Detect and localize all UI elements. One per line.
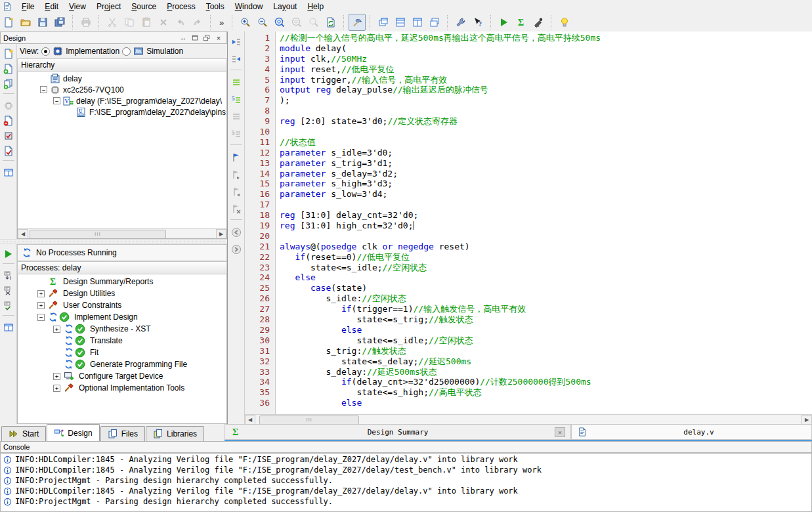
redo-icon[interactable] [189,14,206,31]
console-titlebar[interactable]: Console [0,441,812,453]
chip-disabled-icon[interactable] [1,98,16,113]
code-line[interactable]: input trigger,//输入信号，高电平有效 [280,75,812,85]
tree-expander[interactable]: + [37,302,45,309]
code-line[interactable]: state<=s_idle;//空闲状态 [280,335,812,346]
scroll-left-arrow[interactable]: ◀ [18,229,28,239]
scroll-thumb[interactable]: III [30,230,166,239]
cut-icon[interactable] [104,14,121,31]
wrench-icon[interactable] [452,14,469,31]
code-line[interactable]: state<=s_delay;//延迟500ms [280,356,812,367]
menu-project[interactable]: Project [91,1,126,12]
code-line[interactable]: parameter s_idle=3'd0; [280,148,812,158]
columns-icon[interactable] [1,165,16,180]
menu-edit[interactable]: Edit [39,1,64,12]
code-line[interactable]: state<=s_high;//高电平状态 [280,387,812,398]
flag-clear-icon[interactable] [228,200,245,217]
remove-source-icon[interactable] [1,113,16,128]
code-line[interactable]: reg [31:0] delay_cnt=32'd0; [280,210,812,221]
proc-run-icon[interactable] [1,246,16,261]
open-folder-icon[interactable] [17,14,34,31]
zoom-full-icon[interactable] [271,14,288,31]
menu-window[interactable]: Window [230,1,268,12]
panel-splitter[interactable] [0,239,227,244]
code-line[interactable]: reg [2:0] state=3'd0;//定义状态寄存器 [280,116,812,127]
scroll-left-arrow[interactable]: ◀ [245,415,255,425]
code-line[interactable]: ); [280,95,812,106]
tree-expander[interactable]: + [53,385,60,392]
code-line[interactable]: s_idle://空闲状态 [280,293,812,304]
code-line[interactable]: parameter s_high=3'd3; [280,179,812,189]
editor-hscrollbar[interactable]: ◀ III ▶ [245,414,812,424]
zoom-region-icon[interactable] [288,14,305,31]
process-item[interactable]: Generate Programming File [18,358,226,370]
process-item[interactable]: +Design Utilities [18,288,226,299]
code-line[interactable] [280,231,812,242]
hammer-icon[interactable] [349,14,366,31]
menu-layout[interactable]: Layout [268,1,302,12]
process-item[interactable]: Fit [18,347,226,358]
zoom-in-icon[interactable] [237,14,254,31]
menu-process[interactable]: Process [161,1,200,12]
help-cursor-icon[interactable]: ? [469,14,486,31]
scroll-track[interactable]: III [28,230,216,238]
overflow-chevrons[interactable]: » [215,18,228,28]
tree-expander[interactable]: + [53,373,60,380]
tree-expander[interactable]: − [40,86,47,93]
paste-icon[interactable] [138,14,155,31]
cascade-windows-icon[interactable] [375,14,392,31]
hierarchy-item[interactable]: UF:\ISE_program\delay_Z027\delay\pins.u [18,106,226,117]
tab-start[interactable]: Start [1,426,46,441]
columns-icon[interactable] [1,320,16,335]
nav-forward-icon[interactable] [228,241,245,258]
indent-icon[interactable] [228,51,245,68]
hierarchy-item[interactable]: −xc2c256-7VQ100 [18,84,226,95]
code-line[interactable]: always@(posedge clk or negedge reset) [280,242,812,252]
proc-stop-icon[interactable] [1,283,16,298]
hierarchy-hscrollbar[interactable]: ◀ III ▶ [18,228,226,238]
flag-prev-icon[interactable] [228,183,245,200]
menu-help[interactable]: Help [302,1,329,12]
doc-check-icon[interactable] [1,143,16,158]
zoom-out-icon[interactable] [254,14,271,31]
flag-blue-icon[interactable] [228,149,245,166]
code-line[interactable]: //状态值 [280,137,812,148]
code-line[interactable]: parameter s_trig=3'd1; [280,158,812,169]
proc-rerun-all-icon[interactable] [1,298,16,313]
refresh-doc-icon[interactable] [322,14,339,31]
flag-next-icon[interactable] [228,166,245,183]
lines-5-gray-icon[interactable]: 5 [228,125,245,142]
menu-file[interactable]: File [16,1,39,12]
code-line[interactable]: else [280,325,812,335]
hierarchy-item[interactable]: delay [18,73,226,84]
code-line[interactable] [280,127,812,137]
add-source-icon[interactable] [1,61,16,76]
console-output[interactable]: INFO:HDLCompiler:1845 - Analyzing Verilo… [0,453,812,512]
code-line[interactable]: module delay( [280,43,812,54]
process-item[interactable]: +Synthesize - XST [18,323,226,335]
scroll-track[interactable]: III [255,416,801,424]
process-item[interactable]: Translate [18,335,226,347]
telescope-icon[interactable] [530,14,547,31]
nav-back-icon[interactable] [228,224,245,241]
scroll-thumb[interactable]: III [259,416,359,425]
simulation-radio[interactable] [122,47,131,56]
code-line[interactable]: //检测一个输入信号的高电平，延迟500ms再输出这个高电平信号，高电平持续50… [280,33,812,43]
close-icon[interactable]: × [213,33,224,43]
lines-5-green-icon[interactable]: 5 [228,91,245,108]
implementation-radio[interactable] [41,47,50,56]
copy-icon[interactable] [121,14,138,31]
code-line[interactable]: reg [31:0] high_cnt=32'd0; [280,221,812,231]
add-copy-icon[interactable] [1,76,16,91]
float-icon[interactable] [202,33,212,43]
delete-icon[interactable] [155,14,172,31]
process-item[interactable]: +Optional Implementation Tools [18,382,226,394]
new-file-icon[interactable] [0,14,17,31]
code-line[interactable]: parameter s_delay=3'd2; [280,169,812,179]
hierarchy-item[interactable]: −Vdelay (F:\ISE_program\delay_Z027\delay… [18,95,226,106]
new-source-icon[interactable] [1,46,16,61]
code-line[interactable]: state<=s_idle;//空闲状态 [280,263,812,273]
close-icon[interactable]: ✕ [555,427,565,437]
code-line[interactable]: else [280,398,812,408]
maximize-icon[interactable] [190,33,200,43]
code-line[interactable]: state<=s_trig;//触发状态 [280,314,812,325]
